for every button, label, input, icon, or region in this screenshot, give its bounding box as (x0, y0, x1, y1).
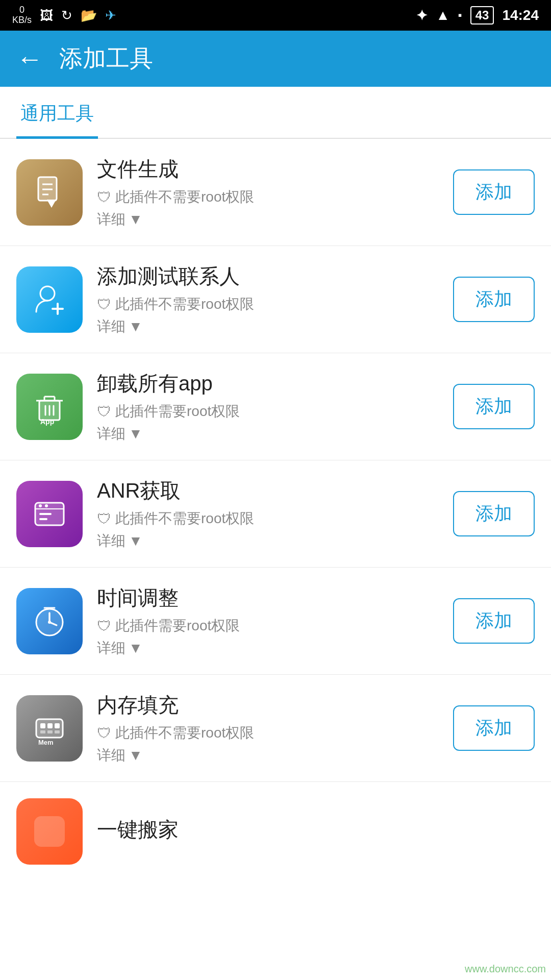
tool-name-uninstall-app: 卸载所有app (97, 370, 439, 398)
add-button-uninstall-app[interactable]: 添加 (453, 384, 535, 429)
chevron-down-icon-4: ▼ (129, 533, 143, 549)
add-button-file-gen[interactable]: 添加 (453, 169, 535, 215)
tool-info-time-adjust: 时间调整 🛡 此插件需要root权限 详细 ▼ (97, 584, 439, 658)
shield-icon-add-contact: 🛡 (97, 296, 111, 313)
chevron-down-icon: ▼ (129, 211, 143, 228)
svg-point-19 (45, 504, 48, 507)
tab-general-tools[interactable]: 通用工具 (16, 87, 98, 139)
back-button[interactable]: ← (16, 45, 43, 72)
svg-rect-29 (47, 723, 53, 728)
shield-icon-memory-fill: 🛡 (97, 725, 111, 742)
tool-permission-memory-fill: 🛡 此插件不需要root权限 (97, 723, 439, 743)
tool-name-memory-fill: 内存填充 (97, 691, 439, 719)
tool-icon-uninstall-app: App (16, 374, 83, 440)
tool-icon-memory-fill: Mem (16, 695, 83, 762)
tool-item-uninstall-app: App 卸载所有app 🛡 此插件需要root权限 详细 ▼ 添加 (0, 353, 551, 460)
tool-detail-time-adjust[interactable]: 详细 ▼ (97, 639, 439, 658)
status-icon-folder: 📂 (81, 8, 97, 23)
chevron-down-icon-5: ▼ (129, 640, 143, 656)
app-bar: ← 添加工具 (0, 31, 551, 87)
svg-point-18 (39, 504, 42, 507)
svg-text:App: App (40, 418, 54, 426)
tool-permission-anr: 🛡 此插件不需要root权限 (97, 509, 439, 528)
tool-detail-file-gen[interactable]: 详细 ▼ (97, 210, 439, 229)
tool-item-anr: ANR获取 🛡 此插件不需要root权限 详细 ▼ 添加 (0, 460, 551, 568)
status-bar: 0 KB/s 🖼 ↻ 📂 ✈ ✦ ▲ ▪ 43 14:24 (0, 0, 551, 31)
signal-icon: ▪ (458, 9, 462, 22)
watermark: www.downcc.com (465, 963, 546, 975)
tool-name-move: 一键搬家 (97, 816, 535, 844)
shield-icon-time-adjust: 🛡 (97, 618, 111, 634)
tool-info-memory-fill: 内存填充 🛡 此插件不需要root权限 详细 ▼ (97, 691, 439, 765)
add-button-add-contact[interactable]: 添加 (453, 277, 535, 322)
svg-point-4 (40, 286, 55, 301)
shield-icon-anr: 🛡 (97, 510, 111, 527)
network-speed: 0 KB/s (12, 5, 32, 26)
tool-item-memory-fill: Mem 内存填充 🛡 此插件不需要root权限 详细 ▼ 添加 (0, 675, 551, 782)
tool-name-time-adjust: 时间调整 (97, 584, 439, 612)
tool-item-time-adjust: 时间调整 🛡 此插件需要root权限 详细 ▼ 添加 (0, 568, 551, 675)
svg-rect-33 (55, 730, 60, 733)
tool-icon-add-contact (16, 266, 83, 333)
tool-name-file-gen: 文件生成 (97, 155, 439, 183)
svg-rect-30 (55, 723, 60, 728)
clock: 14:24 (502, 7, 539, 23)
svg-text:Mem: Mem (38, 739, 54, 746)
wifi-icon: ▲ (436, 7, 450, 23)
chevron-down-icon-6: ▼ (129, 747, 143, 764)
tool-info-anr: ANR获取 🛡 此插件不需要root权限 详细 ▼ (97, 477, 439, 551)
tool-name-anr: ANR获取 (97, 477, 439, 505)
tool-permission-time-adjust: 🛡 此插件需要root权限 (97, 616, 439, 635)
tool-name-add-contact: 添加测试联系人 (97, 262, 439, 290)
add-button-time-adjust[interactable]: 添加 (453, 598, 535, 644)
status-icon-refresh: ↻ (61, 8, 72, 23)
tool-info-add-contact: 添加测试联系人 🛡 此插件不需要root权限 详细 ▼ (97, 262, 439, 336)
tool-item-file-gen: 文件生成 🛡 此插件不需要root权限 详细 ▼ 添加 (0, 139, 551, 246)
tool-permission-add-contact: 🛡 此插件不需要root权限 (97, 295, 439, 314)
chevron-down-icon-2: ▼ (129, 318, 143, 335)
tool-permission-file-gen: 🛡 此插件不需要root权限 (97, 187, 439, 207)
tool-list: 文件生成 🛡 此插件不需要root权限 详细 ▼ 添加 添加测试联系人 (0, 139, 551, 875)
tool-info-uninstall-app: 卸载所有app 🛡 此插件需要root权限 详细 ▼ (97, 370, 439, 444)
tool-info-move: 一键搬家 (97, 816, 535, 848)
status-icon-image: 🖼 (40, 8, 53, 23)
svg-rect-28 (40, 723, 45, 728)
tool-icon-file-gen (16, 159, 83, 226)
tool-item-add-contact: 添加测试联系人 🛡 此插件不需要root权限 详细 ▼ 添加 (0, 246, 551, 353)
svg-point-25 (48, 621, 51, 624)
shield-icon-uninstall-app: 🛡 (97, 403, 111, 420)
tool-detail-anr[interactable]: 详细 ▼ (97, 531, 439, 551)
svg-rect-32 (47, 730, 53, 733)
tab-bar: 通用工具 (0, 87, 551, 139)
tool-info-file-gen: 文件生成 🛡 此插件不需要root权限 详细 ▼ (97, 155, 439, 229)
add-button-memory-fill[interactable]: 添加 (453, 705, 535, 751)
status-left: 0 KB/s 🖼 ↻ 📂 ✈ (12, 5, 116, 26)
battery-indicator: 43 (470, 6, 494, 24)
tool-icon-move (16, 798, 83, 865)
tool-icon-anr (16, 481, 83, 547)
page-title: 添加工具 (59, 43, 153, 75)
tool-permission-uninstall-app: 🛡 此插件需要root权限 (97, 402, 439, 421)
tool-item-move: 一键搬家 (0, 782, 551, 875)
svg-rect-20 (39, 513, 52, 515)
svg-rect-31 (40, 730, 45, 733)
bluetooth-icon: ✦ (416, 7, 428, 24)
status-icon-send: ✈ (105, 8, 116, 23)
shield-icon-file-gen: 🛡 (97, 189, 111, 206)
add-button-anr[interactable]: 添加 (453, 491, 535, 536)
chevron-down-icon-3: ▼ (129, 426, 143, 442)
tool-icon-time-adjust (16, 588, 83, 654)
tool-detail-add-contact[interactable]: 详细 ▼ (97, 317, 439, 336)
svg-rect-21 (39, 518, 47, 520)
status-right: ✦ ▲ ▪ 43 14:24 (416, 6, 539, 24)
svg-rect-35 (34, 816, 65, 847)
tool-detail-memory-fill[interactable]: 详细 ▼ (97, 746, 439, 765)
tool-detail-uninstall-app[interactable]: 详细 ▼ (97, 424, 439, 444)
